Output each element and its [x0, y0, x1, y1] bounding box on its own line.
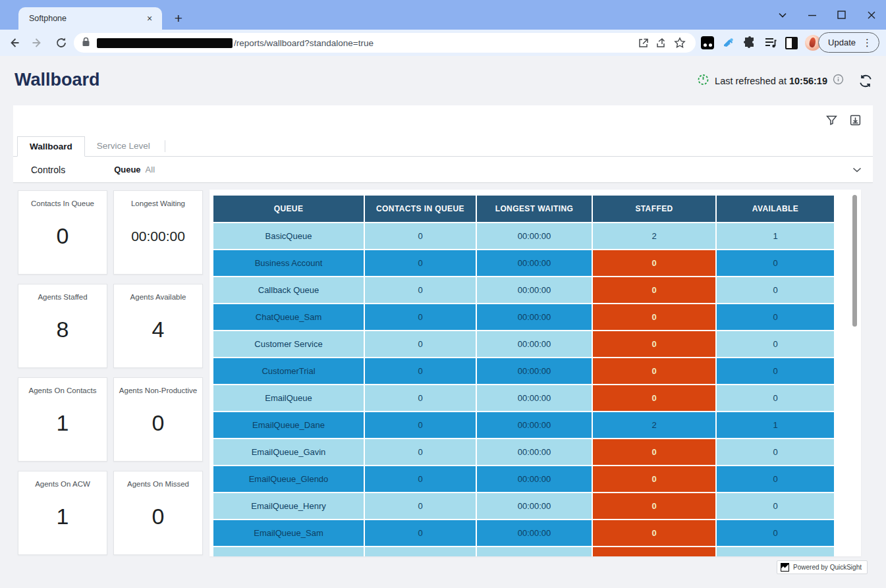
kpi-card: Longest Waiting00:00:00: [113, 190, 203, 275]
kpi-value: 0: [152, 394, 165, 461]
table-cell-staffed: 0: [593, 547, 715, 556]
table-cell-available: 0: [717, 520, 834, 546]
browser-menu-icon[interactable]: ⋮: [860, 38, 875, 47]
table-row: EmailQueue_Glendo000:00:0000: [213, 466, 834, 492]
open-in-new-icon[interactable]: [634, 34, 652, 52]
column-header: QUEUE: [213, 196, 364, 222]
table-cell-available: 0: [717, 547, 834, 556]
table-row: Business Account000:00:0000: [213, 250, 834, 276]
table-cell-contacts_in_queue: 0: [365, 466, 476, 492]
kpi-label: Agents Staffed: [35, 293, 90, 301]
table-cell-staffed: 0: [593, 358, 715, 384]
kpi-card: Agents Staffed8: [18, 284, 107, 368]
tab-service-level[interactable]: Service Level: [85, 136, 162, 156]
lock-icon[interactable]: [82, 37, 90, 49]
extension-dark-icon[interactable]: [700, 36, 715, 51]
table-cell-staffed: 0: [593, 466, 715, 492]
close-button[interactable]: [856, 0, 886, 30]
table-row: EmailQueue_Henry000:00:0000: [213, 493, 834, 519]
filter-icon[interactable]: [824, 113, 839, 127]
table-cell-staffed: 0: [593, 277, 715, 303]
minimize-button[interactable]: [797, 0, 827, 30]
table-row: EmailQueue_Gavin000:00:0000: [213, 439, 834, 465]
info-icon[interactable]: [833, 74, 844, 88]
table-cell-queue: EmailQueue_Henry: [213, 493, 364, 519]
tab-close-icon[interactable]: ×: [144, 13, 155, 24]
table-cell-longest_waiting: 00:00:00: [477, 385, 592, 411]
quicksight-logo-icon: [781, 563, 789, 572]
share-icon[interactable]: [652, 34, 671, 52]
tab-wallboard[interactable]: Wallboard: [17, 136, 85, 157]
table-cell-queue: CustomerTrial: [213, 358, 364, 384]
table-cell-queue: EmailQueue_Sam: [213, 520, 364, 546]
kpi-label: Agents Non-Productive: [117, 387, 200, 394]
maximize-button[interactable]: [827, 0, 856, 30]
table-scrollbar[interactable]: [852, 195, 857, 327]
table-cell-queue: EmailQueue: [213, 385, 364, 411]
table-cell-longest_waiting: 00:00:00: [477, 439, 592, 465]
table-cell-longest_waiting: 00:00:00: [477, 547, 592, 556]
address-bar[interactable]: /reports/wallboard?standalone=true: [74, 33, 696, 53]
controls-collapse-chevron-icon[interactable]: [852, 165, 862, 178]
kpi-value: 1: [57, 488, 69, 554]
table-cell-longest_waiting: 00:00:00: [477, 304, 592, 330]
table-cell-contacts_in_queue: 0: [365, 547, 476, 556]
column-header: LONGEST WAITING: [477, 196, 592, 222]
table-cell-staffed: 2: [593, 223, 715, 249]
kpi-value: 1: [57, 394, 69, 461]
queue-table: QUEUECONTACTS IN QUEUELONGEST WAITINGSTA…: [212, 194, 835, 556]
table-cell-staffed: 0: [593, 520, 715, 546]
last-refreshed-text: Last refreshed at 10:56:19: [715, 76, 827, 86]
kpi-label: Longest Waiting: [128, 200, 188, 207]
bookmark-star-icon[interactable]: [671, 34, 689, 52]
table-cell-longest_waiting: 00:00:00: [477, 466, 592, 492]
queue-table-card: QUEUECONTACTS IN QUEUELONGEST WAITINGSTA…: [209, 190, 861, 556]
kpi-value: 0: [152, 488, 165, 554]
kpi-card: Contacts In Queue0: [18, 190, 107, 275]
browser-tab[interactable]: Softphone ×: [18, 7, 162, 30]
table-cell-queue: Callback Queue: [213, 277, 364, 303]
column-header: AVAILABLE: [717, 196, 834, 222]
reload-icon[interactable]: [51, 33, 71, 53]
column-header: STAFFED: [593, 196, 715, 222]
table-cell-contacts_in_queue: 0: [365, 358, 476, 384]
table-row: Customer Service000:00:0000: [213, 331, 834, 357]
extension-contrast-icon[interactable]: [784, 36, 799, 51]
kpi-label: Agents On ACW: [32, 480, 93, 488]
sheet-tabs: Wallboard Service Level: [13, 136, 873, 157]
refresh-icon[interactable]: [858, 74, 873, 88]
table-cell-contacts_in_queue: 0: [365, 493, 476, 519]
table-row: EmailQueue_Dane000:00:0021: [213, 412, 834, 438]
quicksight-badge[interactable]: Powered by QuickSight: [777, 560, 868, 574]
table-cell-queue: Business Account: [213, 250, 364, 276]
table-cell-contacts_in_queue: 0: [365, 520, 476, 546]
tab-title: Softphone: [29, 14, 144, 23]
table-cell-available: 0: [717, 439, 834, 465]
browser-window: Softphone × +: [0, 0, 886, 588]
table-cell-queue: BasicQueue: [213, 223, 364, 249]
table-row: EmailQueue000:00:0000: [213, 385, 834, 411]
forward-icon[interactable]: [28, 33, 47, 53]
back-icon[interactable]: [4, 33, 24, 53]
table-cell-available: 0: [717, 304, 834, 330]
table-cell-contacts_in_queue: 0: [365, 223, 476, 249]
export-icon[interactable]: [848, 113, 862, 127]
new-tab-button[interactable]: +: [170, 10, 187, 27]
controls-bar: Controls Queue All: [13, 157, 873, 183]
extension-key-icon[interactable]: [721, 36, 736, 51]
extension-playlist-icon[interactable]: [763, 36, 778, 51]
table-cell-staffed: 0: [593, 250, 715, 276]
dashboard-panel: Wallboard Service Level Controls Queue A…: [13, 105, 873, 183]
table-cell-available: 0: [717, 250, 834, 276]
wallboard-page: Wallboard Last refreshed at 10:56:19: [0, 56, 886, 588]
table-cell-queue: ChatQueue_Sam: [213, 304, 364, 330]
update-button[interactable]: Update ⋮: [818, 32, 879, 53]
tab-divider: [165, 140, 165, 152]
tab-search-chevron-icon[interactable]: [767, 0, 797, 30]
table-cell-available: 0: [717, 385, 834, 411]
table-cell-contacts_in_queue: 0: [365, 277, 476, 303]
extensions-puzzle-icon[interactable]: [742, 36, 757, 51]
kpi-card: Agents Non-Productive0: [113, 377, 203, 462]
table-cell-staffed: 2: [593, 412, 715, 438]
queue-filter-value[interactable]: All: [146, 165, 155, 174]
